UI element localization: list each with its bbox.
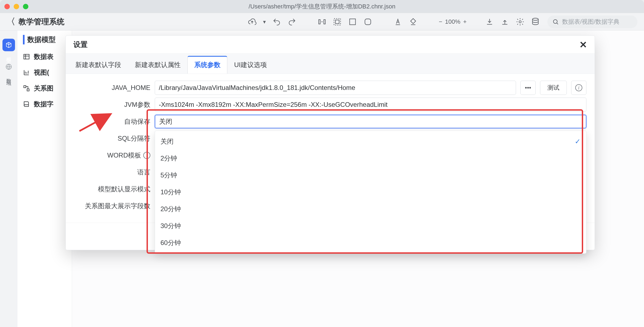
autosave-option[interactable]: 20分钟	[155, 201, 586, 217]
jvm-label: JVM参数	[74, 100, 150, 109]
distribute-icon[interactable]	[318, 17, 326, 26]
zoom-level: 100%	[445, 18, 460, 25]
svg-rect-10	[24, 54, 29, 59]
zoom-control[interactable]: − 100% +	[439, 18, 467, 25]
autosave-option[interactable]: 30分钟	[155, 217, 586, 234]
rectangle-icon[interactable]	[348, 17, 357, 26]
window-close-icon[interactable]	[4, 4, 10, 9]
fill-color-icon[interactable]	[409, 17, 418, 26]
tree-item-relations[interactable]: 关系图	[23, 80, 72, 96]
max-fields-label: 关系图最大展示字段数	[74, 202, 150, 210]
sql-sep-label: SQL分隔符	[74, 134, 150, 143]
window-titlebar: /Users/asher/tmp/学生信息管理系统-增加DB2.chnr.jso…	[0, 0, 644, 13]
settings-modal: 设置 ✕ 新建表默认字段 新建表默认属性 系统参数 UI建议选项 JAVA_HO…	[65, 35, 595, 250]
autosave-option[interactable]: 10分钟	[155, 184, 586, 201]
autosave-option[interactable]: 5分钟	[155, 167, 586, 184]
tree-item-dictionary[interactable]: 数据字	[23, 96, 72, 112]
info-icon: i	[575, 84, 582, 91]
svg-rect-12	[27, 89, 29, 91]
modal-title: 设置	[73, 40, 88, 49]
rail-item-domain[interactable]: 数据域	[2, 60, 15, 78]
svg-rect-1	[324, 20, 325, 24]
book-icon	[23, 101, 30, 108]
search-icon	[552, 19, 559, 25]
svg-rect-5	[365, 19, 371, 25]
undo-icon[interactable]	[272, 17, 281, 26]
autosave-option[interactable]: 关闭✓	[155, 133, 586, 150]
diagram-icon	[23, 85, 30, 92]
test-button[interactable]: 测试	[540, 81, 567, 95]
search-input[interactable]: 数据表/视图/数据字典	[547, 16, 637, 28]
close-icon[interactable]: ✕	[579, 39, 587, 50]
project-name: 教学管理系统	[19, 17, 64, 27]
text-color-icon[interactable]	[393, 17, 402, 26]
model-default-label: 模型默认显示模式	[74, 185, 150, 193]
tab-default-props[interactable]: 新建表默认属性	[128, 56, 187, 74]
autosave-dropdown: 关闭✓ 2分钟 5分钟 10分钟 20分钟 30分钟 60分钟	[155, 131, 586, 254]
info-button[interactable]: i	[571, 81, 586, 95]
window-title: /Users/asher/tmp/学生信息管理系统-增加DB2.chnr.jso…	[249, 2, 395, 11]
word-tpl-label: WORD模板i	[74, 151, 150, 160]
settings-tabs: 新建表默认字段 新建表默认属性 系统参数 UI建议选项	[66, 54, 595, 74]
rail-item-model[interactable]: 模型	[2, 39, 15, 55]
search-placeholder: 数据表/视图/数据字典	[562, 18, 619, 26]
autosave-option[interactable]: 60分钟	[155, 234, 586, 251]
rounded-rect-icon[interactable]	[363, 17, 372, 26]
back-button[interactable]: 〈 教学管理系统	[7, 16, 64, 28]
lang-label: 语言	[74, 168, 150, 177]
info-icon: i	[143, 152, 150, 159]
chevron-left-icon: 〈	[7, 16, 15, 28]
window-maximize-icon[interactable]	[23, 4, 28, 9]
java-home-label: JAVA_HOME	[74, 84, 150, 92]
cube-icon	[5, 41, 12, 49]
tree-item-tables[interactable]: 数据表	[23, 49, 72, 65]
left-rail: 模型 数据域	[0, 31, 17, 327]
tab-sys-params[interactable]: 系统参数	[187, 56, 227, 74]
svg-rect-3	[335, 20, 339, 23]
group-icon[interactable]	[333, 17, 342, 26]
chevron-down-icon[interactable]: ▾	[263, 19, 266, 25]
jvm-input[interactable]	[155, 98, 586, 112]
zoom-in-icon[interactable]: +	[463, 18, 467, 25]
chart-icon	[23, 69, 30, 76]
svg-point-8	[553, 20, 557, 23]
upload-icon[interactable]	[500, 17, 509, 26]
tab-ui-options[interactable]: UI建议选项	[227, 56, 274, 74]
svg-rect-2	[334, 19, 341, 25]
window-minimize-icon[interactable]	[14, 4, 19, 9]
tree-title: 数据模型	[23, 35, 72, 44]
svg-point-6	[519, 21, 521, 23]
autosave-option[interactable]: 2分钟	[155, 150, 586, 167]
svg-rect-11	[24, 86, 26, 88]
zoom-out-icon[interactable]: −	[439, 18, 442, 25]
svg-rect-0	[319, 20, 320, 24]
cloud-upload-icon[interactable]	[248, 17, 257, 26]
browse-button[interactable]: •••	[520, 81, 536, 95]
table-icon	[23, 53, 30, 60]
database-icon[interactable]	[531, 17, 540, 26]
java-home-input[interactable]	[155, 81, 516, 95]
tree-item-views[interactable]: 视图(	[23, 65, 72, 80]
gear-icon[interactable]	[516, 17, 524, 26]
redo-icon[interactable]	[288, 17, 296, 26]
arrow-annotation	[77, 112, 115, 134]
tab-default-fields[interactable]: 新建表默认字段	[68, 56, 128, 74]
svg-point-7	[532, 18, 538, 20]
svg-rect-4	[350, 19, 355, 25]
download-icon[interactable]	[485, 17, 494, 26]
model-tree: 数据模型 数据表 视图( 关系图 数据字	[17, 31, 72, 327]
check-icon: ✓	[575, 137, 581, 146]
autosave-select[interactable]: 关闭	[155, 115, 586, 128]
main-toolbar: 〈 教学管理系统 ▾ − 100% + 数据表/视图/数据字典	[0, 13, 644, 31]
globe-icon	[5, 63, 12, 70]
